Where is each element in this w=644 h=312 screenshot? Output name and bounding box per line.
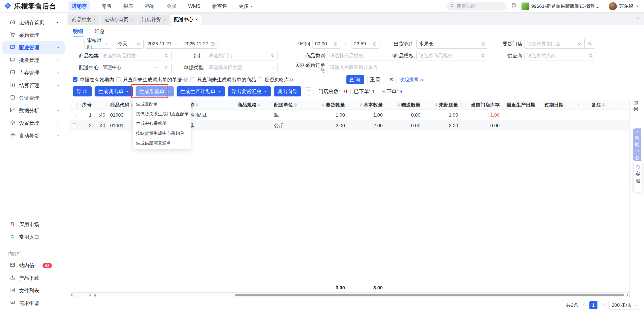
date-from[interactable]: 2025-11-27 <box>147 41 172 47</box>
sort-icon[interactable] <box>435 103 438 107</box>
customer-service-button[interactable]: 客服 <box>634 161 642 192</box>
select-all-checkbox[interactable] <box>72 103 76 107</box>
column-settings-button[interactable]: 列 <box>631 100 640 113</box>
filter-input-部门[interactable]: 请选择部门 <box>206 51 278 60</box>
stat-value[interactable]: 1 <box>372 89 375 94</box>
close-icon[interactable]: × <box>131 17 133 22</box>
chevron-right-icon[interactable] <box>56 121 60 125</box>
sidebar-item-进销存首页[interactable]: 进销存首页 <box>2 16 65 29</box>
query-button[interactable]: 查询 <box>346 75 364 84</box>
toolbar-button-生成生产计划单[interactable]: 生成生产计划单 <box>177 86 225 96</box>
row-checkbox[interactable] <box>72 113 76 117</box>
nav-item-进销存[interactable]: 进销存 <box>68 1 90 11</box>
time-from-input[interactable]: 00:00 <box>312 39 341 49</box>
sort-icon[interactable] <box>602 103 605 107</box>
close-icon[interactable]: × <box>163 17 166 22</box>
prev-page-icon[interactable] <box>582 303 586 308</box>
scroll-right-icon[interactable] <box>90 294 91 297</box>
toolbar-button-导出要货汇总[interactable]: 导出要货汇总 <box>228 86 271 96</box>
search-input[interactable] <box>457 4 499 9</box>
page-number[interactable]: 1 <box>589 301 597 309</box>
nav-item-档案[interactable]: 档案 <box>145 3 155 10</box>
tab-detail[interactable]: 明细 <box>73 28 83 35</box>
column-header-check[interactable] <box>70 100 78 110</box>
date-range-picker[interactable]: 2025-11-27 → 2025-11-27 <box>145 39 218 49</box>
date-type-select[interactable]: 审核时间 <box>84 39 112 49</box>
printer-icon[interactable] <box>511 3 517 10</box>
sidebar-item-应用市场[interactable]: 应用市场 <box>2 218 65 231</box>
date-preset-select[interactable]: 今天 <box>115 39 144 49</box>
sidebar-item-自动补货[interactable]: 自动补货 <box>2 129 65 142</box>
checkbox-checked[interactable] <box>73 77 77 82</box>
row-checkbox[interactable] <box>72 123 76 128</box>
sort-icon[interactable] <box>397 103 400 107</box>
sidebar-item-常用入口[interactable]: 常用入口 <box>2 231 65 243</box>
sort-icon[interactable] <box>196 103 198 107</box>
toolbar-button-导出[interactable]: 导 出 <box>73 86 92 96</box>
user-menu[interactable]: 苏尔银 <box>609 2 639 10</box>
checkbox-unchecked[interactable] <box>258 77 262 82</box>
close-icon[interactable]: × <box>195 17 198 22</box>
sort-icon[interactable] <box>322 103 325 107</box>
stat-value[interactable]: 9 <box>399 89 402 94</box>
next-page-icon[interactable] <box>601 303 605 308</box>
chevron-right-icon[interactable] <box>56 109 60 113</box>
help-icon[interactable]: ? <box>183 78 188 82</box>
sidebar-collapse-icon[interactable] <box>55 20 60 25</box>
scroll-right-icon[interactable] <box>627 294 629 297</box>
page-size-select[interactable]: 200 条/页 <box>609 301 641 309</box>
sidebar-item-库存管理[interactable]: 库存管理 <box>2 66 65 79</box>
toolbar-button-调出向导[interactable]: 调出向导 <box>274 86 301 96</box>
toolbar-button-生成调出单[interactable]: 生成调出单 <box>95 86 133 96</box>
nav-item-会员[interactable]: 会员 <box>167 3 177 10</box>
chevron-right-icon[interactable] <box>56 134 60 138</box>
open-tab-商品档案[interactable]: 商品档案× <box>68 15 99 25</box>
menu-item-生成直配单[interactable]: 生成直配单 <box>133 99 191 109</box>
chevron-right-icon[interactable] <box>56 33 60 37</box>
open-tab-配送中心[interactable]: 配送中心× <box>171 15 202 25</box>
checkbox-unchecked[interactable] <box>190 77 195 82</box>
store-search-button[interactable] <box>584 39 595 49</box>
saved-filters-button[interactable] <box>387 75 396 84</box>
table-horizontal-scrollbar[interactable] <box>93 293 629 297</box>
sidebar-item-站内信[interactable]: 站内信63 <box>2 259 65 272</box>
chevron-right-icon[interactable] <box>56 46 60 50</box>
sidebar-item-文件列表[interactable]: 文件列表 <box>2 284 65 297</box>
fixed-columns-scrollbar[interactable] <box>70 293 92 297</box>
date-to[interactable]: 2025-11-27 <box>184 41 208 47</box>
sort-icon[interactable] <box>294 103 297 107</box>
sidebar-item-批发管理[interactable]: 批发管理 <box>2 54 65 66</box>
open-tab-进销存首页[interactable]: 进销存首页× <box>101 15 137 25</box>
menu-item-按供货关系生成门店直配单[interactable]: 按供货关系生成门店直配单 <box>133 109 191 119</box>
sidebar-item-需求申请[interactable]: 需求申请 <box>2 297 65 309</box>
tabs-collapse-icon[interactable] <box>635 16 640 22</box>
sort-icon[interactable] <box>360 103 362 107</box>
global-search[interactable] <box>447 2 506 11</box>
filter-input-供应商[interactable]: 请选择供应商 <box>524 51 596 60</box>
request-store-select[interactable]: 请选择要货门店 <box>524 39 595 49</box>
chevron-right-icon[interactable] <box>56 58 60 62</box>
scrollbar-thumb[interactable] <box>235 294 624 296</box>
related-po-input[interactable]: 请输入关联采购订单号 <box>327 63 399 72</box>
collapse-search-link[interactable]: 收起搜索 <box>399 75 424 85</box>
sidebar-item-采购管理[interactable]: 采购管理 <box>2 29 65 41</box>
nav-item-零售[interactable]: 零售 <box>102 3 112 10</box>
checkbox-unchecked[interactable] <box>116 77 121 82</box>
chevron-right-icon[interactable] <box>56 71 60 75</box>
close-icon[interactable]: × <box>93 17 96 22</box>
scroll-left-icon[interactable] <box>71 294 72 297</box>
chevron-right-icon[interactable] <box>56 96 60 100</box>
sidebar-item-产品下载[interactable]: 产品下载 <box>2 272 65 284</box>
sort-icon[interactable] <box>258 103 260 107</box>
menu-item-生成供应商直送单[interactable]: 生成供应商直送单 <box>133 138 191 148</box>
nav-item-更多[interactable]: 更多 <box>239 3 253 10</box>
menu-item-按缺货量生成中心采购单[interactable]: 按缺货量生成中心采购单 <box>133 128 191 138</box>
open-tab-门店补货[interactable]: 门店补货× <box>138 15 169 25</box>
more-actions-button[interactable]: ⋯ <box>304 87 312 95</box>
sidebar-item-结算管理[interactable]: 结算管理 <box>2 79 65 92</box>
nav-item-报表[interactable]: 报表 <box>123 3 133 10</box>
scroll-left-icon[interactable] <box>94 294 96 297</box>
sidebar-item-数据分析[interactable]: 数据分析 <box>2 104 65 117</box>
sidebar-item-凭证管理[interactable]: 凭证管理 <box>2 92 65 104</box>
sidebar-item-设置管理[interactable]: 设置管理 <box>2 117 65 129</box>
